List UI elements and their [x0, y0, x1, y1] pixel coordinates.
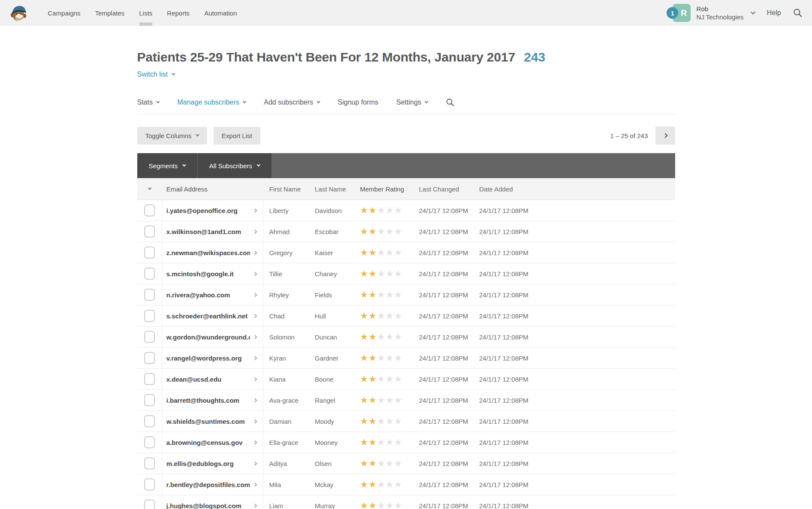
all-subscribers-dropdown[interactable]: All Subscribers [197, 153, 272, 178]
table-row: m.ellis@edublogs.org Aditya Olsen ★★★★★ … [137, 453, 675, 474]
row-checkbox[interactable] [144, 500, 155, 509]
col-header-last-name[interactable]: Last Name [309, 185, 355, 193]
cell-last-changed: 24/1/17 12:08PM [414, 333, 474, 341]
search-icon[interactable] [793, 8, 803, 18]
row-checkbox[interactable] [144, 478, 155, 490]
subscriber-email[interactable]: s.schroeder@earthlink.net [167, 312, 248, 320]
chevron-right-icon[interactable] [253, 250, 257, 255]
cell-last-changed: 24/1/17 12:08PM [414, 376, 474, 383]
col-header-email[interactable]: Email Address [162, 185, 263, 193]
member-rating: ★★★★★ [360, 374, 403, 384]
export-list-button[interactable]: Export List [213, 127, 260, 145]
nav-reports[interactable]: Reports [160, 0, 197, 26]
tab-signup-forms[interactable]: Signup forms [338, 99, 378, 106]
row-checkbox[interactable] [144, 415, 155, 427]
cell-last-name: Gardner [309, 355, 355, 362]
subscriber-email[interactable]: i.yates@openoffice.org [167, 207, 238, 214]
nav-lists[interactable]: Lists [132, 0, 160, 26]
star-filled-icon: ★ [368, 416, 377, 426]
row-checkbox[interactable] [144, 352, 155, 364]
subscriber-email[interactable]: a.browning@census.gov [167, 439, 243, 446]
row-checkbox[interactable] [144, 331, 155, 343]
chevron-right-icon[interactable] [253, 482, 257, 487]
account-labels: Rob NJ Technologies [696, 5, 744, 21]
subscriber-email[interactable]: w.gordon@wunderground.c... [167, 333, 250, 341]
nav-campaigns[interactable]: Campaigns [40, 0, 88, 26]
nav-templates[interactable]: Templates [88, 0, 132, 26]
table-row: w.gordon@wunderground.c... Solomon Dunca… [137, 327, 675, 348]
chevron-right-icon[interactable] [253, 440, 257, 444]
row-checkbox[interactable] [144, 204, 155, 216]
chevron-right-icon[interactable] [253, 419, 257, 423]
help-link[interactable]: Help [767, 9, 781, 17]
member-rating: ★★★★★ [360, 332, 403, 342]
primary-nav: Campaigns Templates Lists Reports Automa… [40, 0, 244, 26]
cell-date-added: 24/1/17 12:08PM [474, 502, 675, 509]
account-menu[interactable]: 1 R Rob NJ Technologies [673, 4, 755, 22]
tab-stats[interactable]: Stats [137, 99, 159, 106]
chevron-right-icon[interactable] [253, 377, 257, 381]
star-empty-icon: ★ [394, 226, 403, 237]
subscriber-email[interactable]: w.shields@suntimes.com [167, 418, 245, 425]
row-checkbox[interactable] [144, 225, 155, 238]
subscriber-email[interactable]: s.mcintosh@google.it [167, 270, 234, 278]
subscriber-email[interactable]: i.barrett@thoughts.com [167, 397, 240, 404]
star-empty-icon: ★ [394, 268, 403, 279]
row-checkbox[interactable] [144, 289, 155, 301]
star-filled-icon: ★ [360, 247, 369, 258]
cell-last-name: Kaiser [309, 249, 355, 256]
star-empty-icon: ★ [394, 205, 403, 216]
star-empty-icon: ★ [377, 332, 386, 342]
row-checkbox[interactable] [144, 247, 155, 259]
subscriber-email[interactable]: r.bentley@depositfiles.com [167, 481, 250, 488]
chevron-right-icon[interactable] [253, 335, 257, 339]
col-header-member-rating[interactable]: Member Rating [355, 185, 414, 193]
row-checkbox[interactable] [144, 268, 155, 280]
row-checkbox[interactable] [144, 373, 155, 385]
tab-manage-subscribers[interactable]: Manage subscribers [177, 99, 246, 106]
chevron-right-icon[interactable] [253, 293, 257, 297]
member-rating: ★★★★★ [360, 268, 403, 279]
chevron-right-icon[interactable] [253, 503, 257, 508]
segments-dropdown[interactable]: Segments [137, 153, 198, 178]
subscriber-email[interactable]: j.hughes@blogspot.com [167, 502, 242, 509]
tab-add-subscribers[interactable]: Add subscribers [264, 99, 320, 106]
star-empty-icon: ★ [386, 458, 394, 469]
col-header-date-added[interactable]: Date Added [474, 185, 675, 193]
tab-settings[interactable]: Settings [396, 99, 428, 106]
chevron-right-icon[interactable] [253, 229, 257, 234]
star-filled-icon: ★ [368, 247, 377, 258]
subscriber-email[interactable]: n.rivera@yahoo.com [167, 291, 230, 299]
star-empty-icon: ★ [377, 247, 386, 258]
star-filled-icon: ★ [368, 311, 377, 321]
cell-date-added: 24/1/17 12:08PM [474, 355, 675, 362]
toggle-columns-button[interactable]: Toggle Columns [137, 127, 207, 145]
mailchimp-logo[interactable] [9, 4, 28, 24]
next-page-button[interactable] [655, 126, 675, 145]
search-icon[interactable] [446, 98, 454, 107]
row-checkbox[interactable] [144, 394, 155, 406]
cell-date-added: 24/1/17 12:08PM [474, 270, 675, 278]
col-header-last-changed[interactable]: Last Changed [414, 185, 474, 193]
switch-list-button[interactable]: Switch list [137, 71, 175, 78]
subscriber-email[interactable]: x.wilkinson@1and1.com [167, 228, 241, 235]
star-filled-icon: ★ [368, 437, 377, 447]
subscriber-email[interactable]: z.newman@wikispaces.com [167, 249, 250, 256]
row-checkbox[interactable] [144, 457, 155, 469]
subscriber-email[interactable]: m.ellis@edublogs.org [167, 460, 234, 467]
col-header-first-name[interactable]: First Name [263, 185, 309, 193]
row-checkbox[interactable] [144, 436, 155, 448]
row-checkbox[interactable] [144, 310, 155, 322]
subscriber-email[interactable]: x.dean@ucsd.edu [167, 376, 222, 383]
star-empty-icon: ★ [377, 500, 386, 509]
chevron-right-icon[interactable] [253, 461, 257, 466]
subscriber-email[interactable]: v.rangel@wordpress.org [167, 355, 242, 362]
chevron-right-icon[interactable] [253, 314, 257, 318]
nav-automation[interactable]: Automation [197, 0, 244, 26]
select-all-dropdown[interactable] [148, 186, 151, 190]
cell-first-name: Ella-grace [263, 439, 309, 446]
chevron-right-icon[interactable] [253, 398, 257, 402]
chevron-right-icon[interactable] [253, 356, 257, 360]
chevron-right-icon[interactable] [253, 208, 257, 213]
chevron-right-icon[interactable] [253, 271, 257, 276]
